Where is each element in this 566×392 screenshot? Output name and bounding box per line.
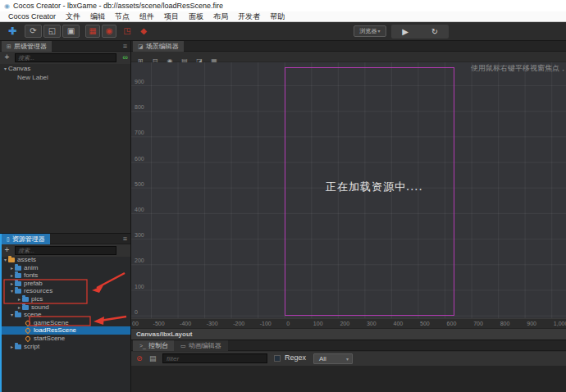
menu-item-4[interactable]: 组件 — [135, 11, 159, 21]
log-file-icon[interactable]: ▤ — [149, 354, 157, 362]
menu-item-9[interactable]: 帮助 — [265, 11, 290, 21]
assets-panel: ▯资源管理器 ≡ + ▾assets ▸anim ▸fonts ▸prefab … — [0, 233, 131, 392]
panel-menu-icon[interactable]: ≡ — [123, 41, 127, 52]
asset-item-sound[interactable]: ▸sound — [0, 303, 130, 312]
console-filter-bar: ⊘ ▤ Regex All ▾ — [131, 352, 566, 366]
ruler-y-label: 600 — [135, 156, 144, 162]
asset-item-startscene[interactable]: startScene — [0, 335, 130, 343]
asset-item-gamescene[interactable]: gameScene — [0, 319, 130, 327]
main-toolbar: ✚ ⟳ ◱ ▣ ▦ ◉ ◳ ◆ 浏览器▾ ▶ ↻ — [0, 22, 566, 41]
ruler-x-label: 200 — [340, 321, 349, 326]
asset-item-scene[interactable]: ▾scene — [0, 311, 130, 319]
ruler-x-label: -300 — [207, 321, 218, 326]
menu-item-8[interactable]: 开发者 — [233, 11, 265, 21]
rect-tool-button[interactable]: ▣ — [62, 25, 80, 38]
ruler-y-label: 300 — [135, 232, 144, 238]
ruler-x-label: 1,000 — [554, 321, 566, 326]
asset-item-fonts[interactable]: ▸fonts — [0, 271, 130, 280]
scale-tool-button[interactable]: ◱ — [43, 25, 61, 38]
folder-icon — [15, 344, 21, 349]
asset-item-assets[interactable]: ▾assets — [0, 256, 130, 264]
menu-item-0[interactable]: Cocos Creator — [3, 11, 61, 21]
hierarchy-search-input[interactable] — [15, 53, 116, 62]
scene-toolbar: ⊞⊟◉▤◪▦ — [131, 52, 566, 62]
ruler-x-label: 700 — [473, 321, 483, 326]
move-tool-button[interactable]: ✚ — [5, 25, 20, 38]
tab-hierarchy[interactable]: ⊞层级管理器 — [2, 41, 52, 52]
anchor-mode-button[interactable]: ◉ — [102, 25, 116, 38]
ruler-y-label: 0 — [135, 309, 138, 315]
tab-assets[interactable]: ▯资源管理器 — [2, 234, 50, 244]
preview-target-dropdown[interactable]: 浏览器▾ — [354, 25, 386, 37]
refresh-button[interactable]: ↻ — [422, 25, 447, 39]
hierarchy-tab-bar: ⊞层级管理器 ≡ — [0, 41, 130, 52]
node-canvas[interactable]: ▾Canvas — [0, 64, 130, 73]
asset-label: assets — [17, 256, 36, 263]
create-node-button[interactable]: + — [2, 52, 12, 62]
create-asset-button[interactable]: + — [2, 245, 12, 255]
ruler-x-label: 800 — [500, 321, 510, 326]
asset-item-pics[interactable]: ▸pics — [0, 295, 130, 303]
animation-tab-label: 动画编辑器 — [189, 342, 221, 349]
ruler-x-label: -500 — [153, 321, 165, 326]
ruler-x-label: 600 — [447, 321, 457, 326]
asset-label: sound — [31, 303, 49, 311]
console-log-area[interactable] — [131, 366, 566, 392]
chevron-down-icon: ▾ — [377, 29, 380, 34]
hierarchy-tree: ▾Canvas New Label — [0, 64, 130, 82]
tab-console[interactable]: >_控制台 — [133, 340, 175, 351]
folder-icon — [15, 266, 21, 271]
tab-animation-editor[interactable]: ▭动画编辑器 — [174, 340, 228, 351]
assets-tree: ▾assets ▸anim ▸fonts ▸prefab ▾resources … — [0, 256, 130, 350]
assets-search-input[interactable] — [15, 246, 116, 255]
log-filter-input[interactable] — [162, 353, 267, 363]
node-new-label[interactable]: New Label — [0, 73, 130, 82]
menu-item-7[interactable]: 布局 — [208, 11, 233, 21]
menu-item-6[interactable]: 面板 — [184, 11, 208, 21]
tab-scene-editor[interactable]: ◪场景编辑器 — [133, 41, 184, 52]
clear-log-icon[interactable]: ⊘ — [136, 354, 143, 362]
scene-canvas[interactable]: 正在加载资源中.... 使用鼠标右键平移视窗焦点，使用 900800700600… — [131, 62, 566, 328]
node-label: New Label — [17, 74, 48, 81]
scene-file-icon — [25, 335, 31, 342]
asset-label: anim — [24, 264, 38, 271]
menu-item-1[interactable]: 文件 — [61, 11, 85, 21]
panel-menu-icon[interactable]: ≡ — [123, 234, 127, 244]
console-tab-label: 控制台 — [148, 342, 168, 349]
folder-icon — [15, 312, 21, 317]
regex-checkbox[interactable] — [274, 355, 281, 362]
asset-item-loadresscene[interactable]: loadResScene — [0, 326, 130, 335]
ruler-x-label: 300 — [367, 321, 377, 326]
asset-item-resources[interactable]: ▾resources — [0, 287, 130, 295]
play-button[interactable]: ▶ — [393, 25, 418, 39]
regex-label: Regex — [285, 353, 306, 362]
asset-item-prefab[interactable]: ▸prefab — [0, 280, 130, 288]
local-global-button[interactable]: ◳ — [120, 25, 135, 38]
pivot-mode-button[interactable]: ▦ — [85, 25, 100, 38]
hierarchy-toolbar: + ∞ — [0, 52, 130, 64]
scene-tab-label: 场景编辑器 — [146, 43, 179, 50]
menu-item-3[interactable]: 节点 — [110, 11, 135, 21]
asset-item-anim[interactable]: ▸anim — [0, 264, 130, 272]
ruler-x-label: 400 — [394, 321, 404, 326]
assets-toolbar: + — [0, 244, 130, 257]
hierarchy-tab-label: 层级管理器 — [14, 43, 47, 50]
ruler-x-label: 100 — [313, 321, 323, 326]
menu-item-5[interactable]: 项目 — [159, 11, 184, 21]
link-icon[interactable]: ∞ — [123, 52, 128, 62]
scene-tab-bar: ◪场景编辑器 — [131, 41, 566, 52]
rotate-tool-button[interactable]: ⟳ — [25, 25, 42, 38]
console-panel: >_控制台 ▭动画编辑器 ⊘ ▤ Regex All ▾ — [131, 340, 566, 392]
menu-item-2[interactable]: 编辑 — [85, 11, 110, 21]
scene-editor-panel: ◪场景编辑器 ⊞⊟◉▤◪▦ 正在加载资源中.... 使用鼠标右键平移视窗焦点，使… — [131, 41, 566, 340]
lock-button[interactable]: ◆ — [136, 25, 151, 38]
asset-item-script[interactable]: ▸script — [0, 343, 130, 351]
ruler-y-label: 400 — [135, 207, 144, 212]
chevron-right-icon[interactable]: ▸ — [9, 344, 15, 352]
ruler-y-label: 100 — [135, 284, 144, 289]
assets-tab-bar: ▯资源管理器 ≡ — [0, 234, 130, 244]
asset-label: loadResScene — [34, 326, 76, 334]
asset-label: pics — [31, 295, 43, 303]
log-level-dropdown[interactable]: All ▾ — [313, 353, 353, 364]
ruler-x-label: 500 — [420, 321, 430, 326]
